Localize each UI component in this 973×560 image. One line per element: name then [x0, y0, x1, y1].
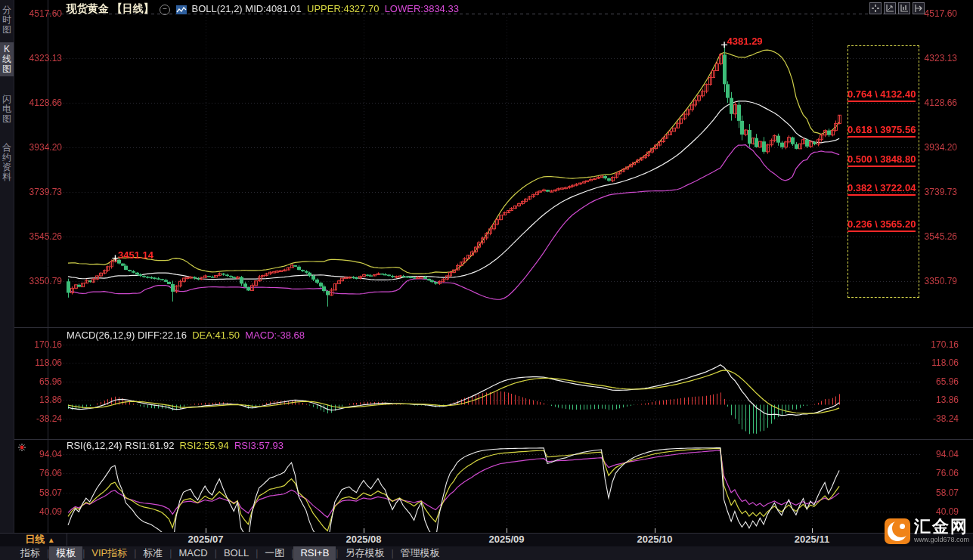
macd-axis-label-left: 118.06: [17, 357, 62, 368]
boll-mid-value: MID:4081.01: [245, 3, 301, 14]
price-axis-label-right: 3545.26: [907, 231, 957, 242]
tab-rsi-b[interactable]: RSI+B: [293, 546, 336, 560]
sidebar-item-lightning-chart[interactable]: 闪电图: [0, 92, 14, 126]
x-axis-month-label: 2025/11: [788, 534, 836, 545]
swing-high-label-1: 3451.14: [118, 249, 153, 261]
macd-axis-label-right: 118.06: [909, 357, 959, 368]
tab-save-as-template[interactable]: 另存模板: [338, 546, 391, 560]
axis-zoom-in-icon[interactable]: [884, 2, 896, 14]
rsi-axis-label-left: 94.04: [17, 449, 62, 459]
sidebar-item-time-share-chart[interactable]: 分时图: [0, 3, 14, 37]
price-axis-label-left: 4517.60: [17, 8, 62, 19]
huijin-logo-icon: [885, 518, 910, 544]
rsi-axis-label-left: 40.09: [17, 506, 62, 517]
rsi-marker-icon[interactable]: [18, 441, 26, 448]
macd-title: MACD(26,12,9): [67, 330, 135, 341]
tab-macd[interactable]: MACD: [172, 546, 214, 560]
collapse-indicator-icon[interactable]: −: [160, 5, 170, 15]
price-axis-label-left: 3934.20: [17, 142, 62, 153]
tab-standard[interactable]: 标准: [136, 546, 169, 560]
price-axis-label-right: 4517.60: [907, 8, 957, 19]
tab-one-chart[interactable]: 一图: [258, 546, 291, 560]
huijin-logo: 汇金网 www.gold678.com: [885, 518, 969, 544]
fib-level[interactable]: 0.764 \ 4132.40: [848, 88, 916, 102]
rsi-panel-header: RSI(6,12,24) RSI1:61.92 RSI2:55.94 RSI3:…: [67, 440, 284, 451]
rsi-title: RSI(6,12,24): [67, 440, 122, 451]
macd-diff-value: DIFF:22.16: [138, 330, 187, 341]
logo-url: www.gold678.com: [914, 536, 969, 543]
tab-indicators[interactable]: 指标: [14, 546, 47, 560]
indicator-chart-icon: [176, 5, 187, 14]
price-axis-label-right: 3350.79: [907, 276, 957, 286]
period-selector-label: 日线: [25, 534, 45, 545]
rsi-axis-label-left: 58.07: [17, 487, 62, 498]
macd-axis-label-right: -38.24: [909, 413, 959, 424]
x-axis-month-label: 2025/09: [482, 534, 531, 545]
macd-axis-label-left: -38.24: [17, 413, 62, 424]
price-axis-label-left: 4323.13: [17, 53, 62, 63]
fib-retracement-box[interactable]: [848, 45, 919, 298]
rsi-axis-label-right: 76.06: [909, 468, 959, 478]
chart-type-sidebar: 分时图K线图闪电图合约资料: [0, 0, 14, 533]
price-axis-label-left: 4128.66: [17, 97, 62, 108]
fib-level[interactable]: 0.236 \ 3565.20: [848, 218, 916, 232]
period-label: 【日线】: [112, 2, 154, 14]
trading-app-window: 分时图K线图闪电图合约资料 现货黄金 【日线】 − BOLL(21,2) MID…: [0, 0, 973, 560]
swing-high-label-2: 4381.29: [727, 36, 763, 47]
rsi2-value: RSI2:55.94: [180, 440, 229, 451]
macd-axis-label-left: 13.86: [17, 394, 62, 405]
price-axis-label-right: 4323.13: [907, 53, 957, 63]
boll-upper-value: UPPER:4327.70: [307, 3, 379, 14]
macd-axis-label-right: 170.16: [909, 339, 959, 350]
chart-canvas[interactable]: [0, 0, 973, 560]
main-panel-header: 现货黄金 【日线】 − BOLL(21,2) MID:4081.01 UPPER…: [67, 2, 459, 16]
rsi-axis-label-right: 58.07: [909, 487, 959, 498]
rsi-axis-label-right: 94.04: [909, 449, 959, 459]
fib-level[interactable]: 0.500 \ 3848.80: [848, 153, 916, 167]
tab-boll[interactable]: BOLL: [217, 546, 256, 560]
rsi-axis-label-left: 76.06: [17, 468, 62, 478]
price-axis-label-left: 3350.79: [17, 276, 62, 286]
x-axis-month-label: 2025/07: [181, 534, 230, 545]
macd-macd-value: MACD:-38.68: [245, 330, 305, 341]
macd-axis-label-right: 65.96: [909, 376, 959, 387]
price-axis-label-left: 3545.26: [17, 231, 62, 242]
logo-title: 汇金网: [914, 518, 969, 535]
macd-axis-label-right: 13.86: [909, 394, 959, 405]
rsi1-value: RSI1:61.92: [125, 440, 174, 451]
period-selector[interactable]: 日线 ▲: [14, 533, 67, 546]
boll-label: BOLL(21,2): [192, 3, 243, 14]
boll-lower-value: LOWER:3834.33: [385, 3, 459, 14]
macd-panel-header: MACD(26,12,9) DIFF:22.16 DEA:41.50 MACD:…: [67, 330, 305, 341]
fib-level[interactable]: 0.618 \ 3975.56: [848, 124, 916, 138]
bottom-tab-bar: 指标|模板|VIP指标|标准|MACD|BOLL|一图|RSI+B|另存模板|管…: [0, 546, 973, 560]
symbol-title: 现货黄金: [67, 2, 109, 14]
rsi3-value: RSI3:57.93: [234, 440, 284, 451]
x-axis-month-label: 2025/08: [339, 534, 388, 545]
macd-axis-label-left: 170.16: [17, 339, 62, 350]
crosshair-icon[interactable]: [869, 2, 882, 14]
tab-manage-templates[interactable]: 管理模板: [394, 546, 447, 560]
price-axis-label-right: 3934.20: [907, 142, 957, 153]
sidebar-item-contract-info[interactable]: 合约资料: [0, 141, 14, 184]
price-axis-label-left: 3739.73: [17, 187, 62, 197]
period-caret-icon: ▲: [48, 536, 55, 544]
tab-templates[interactable]: 模板: [49, 546, 82, 560]
sidebar-item-kline-chart[interactable]: K线图: [0, 42, 14, 76]
macd-axis-label-left: 65.96: [17, 376, 62, 387]
rsi-axis-label-right: 40.09: [909, 506, 959, 517]
tab-vip-indicators[interactable]: VIP指标: [85, 546, 134, 560]
x-axis-month-label: 2025/10: [631, 534, 679, 545]
macd-dea-value: DEA:41.50: [192, 330, 240, 341]
fib-level[interactable]: 0.382 \ 3722.04: [848, 182, 916, 196]
